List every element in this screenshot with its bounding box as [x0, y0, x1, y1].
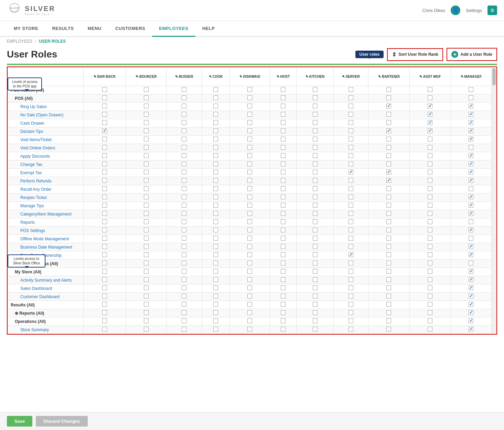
checkbox-cell[interactable] [84, 177, 126, 185]
checkbox-cell[interactable] [126, 160, 167, 169]
checkbox-cell[interactable] [297, 260, 333, 268]
checkbox[interactable] [247, 104, 252, 108]
checkbox[interactable] [348, 228, 353, 232]
checkbox[interactable] [182, 219, 186, 224]
checkbox-cell[interactable] [126, 243, 167, 251]
checkbox-cell[interactable] [230, 227, 270, 235]
checkbox-cell[interactable] [410, 86, 451, 94]
checkbox-cell[interactable] [333, 127, 368, 136]
checkbox[interactable]: ✓ [469, 252, 473, 257]
checkbox[interactable] [348, 203, 353, 208]
checkbox[interactable] [281, 228, 286, 232]
checkbox[interactable] [182, 195, 186, 199]
checkbox[interactable] [428, 252, 432, 257]
checkbox[interactable]: ✓ [469, 302, 473, 307]
checkbox[interactable]: ✓ [469, 120, 473, 125]
checkbox-cell[interactable] [84, 144, 126, 152]
checkbox[interactable] [386, 269, 391, 274]
checkbox-cell[interactable] [270, 301, 297, 309]
checkbox[interactable]: ✓ [469, 327, 473, 332]
user-icon-btn[interactable]: 👤 [451, 6, 460, 15]
checkbox-cell[interactable] [270, 86, 297, 94]
checkbox-cell[interactable]: ✓ [368, 169, 409, 177]
checkbox[interactable] [313, 195, 318, 199]
checkbox-cell[interactable] [230, 317, 270, 326]
checkbox[interactable] [386, 228, 391, 232]
checkbox-cell[interactable] [202, 227, 230, 235]
checkbox[interactable] [428, 310, 432, 315]
checkbox-cell[interactable] [126, 86, 167, 94]
checkbox[interactable] [281, 244, 286, 249]
checkbox-cell[interactable] [126, 268, 167, 276]
checkbox-cell[interactable] [202, 251, 230, 260]
checkbox[interactable] [102, 252, 107, 257]
checkbox[interactable] [313, 137, 318, 141]
checkbox-cell[interactable] [368, 293, 409, 301]
checkbox[interactable] [213, 87, 218, 92]
checkbox[interactable] [182, 318, 186, 323]
checkbox[interactable] [247, 236, 252, 241]
checkbox-cell[interactable] [451, 86, 491, 94]
checkbox[interactable] [313, 269, 318, 274]
checkbox-cell[interactable] [167, 218, 202, 227]
checkbox[interactable] [213, 112, 218, 117]
checkbox-cell[interactable]: ✓ [368, 103, 409, 111]
checkbox[interactable] [247, 186, 252, 191]
checkbox-cell[interactable] [410, 169, 451, 177]
checkbox[interactable] [213, 186, 218, 191]
checkbox[interactable] [182, 186, 186, 191]
checkbox-cell[interactable] [368, 301, 409, 309]
checkbox-cell[interactable] [410, 276, 451, 284]
checkbox-cell[interactable]: ✓ [410, 127, 451, 136]
checkbox[interactable] [213, 236, 218, 241]
checkbox-cell[interactable] [167, 260, 202, 268]
checkbox[interactable] [213, 211, 218, 216]
checkbox-cell[interactable] [84, 227, 126, 235]
checkbox[interactable] [247, 112, 252, 117]
checkbox-cell[interactable] [230, 119, 270, 127]
checkbox-cell[interactable] [297, 169, 333, 177]
checkbox-cell[interactable] [230, 268, 270, 276]
checkbox[interactable] [182, 236, 186, 241]
checkbox-cell[interactable] [84, 152, 126, 160]
checkbox-cell[interactable] [333, 301, 368, 309]
checkbox-cell[interactable] [84, 119, 126, 127]
checkbox[interactable] [182, 178, 186, 183]
checkbox[interactable] [182, 269, 186, 274]
checkbox[interactable] [102, 195, 107, 199]
checkbox[interactable] [247, 277, 252, 282]
checkbox[interactable] [182, 203, 186, 208]
checkbox-cell[interactable]: ✓ [451, 177, 491, 185]
checkbox-cell[interactable] [126, 251, 167, 260]
checkbox[interactable] [348, 310, 353, 315]
checkbox[interactable] [213, 145, 218, 150]
checkbox-cell[interactable] [451, 218, 491, 227]
checkbox[interactable] [281, 261, 286, 265]
checkbox-cell[interactable] [230, 103, 270, 111]
checkbox[interactable] [313, 178, 318, 183]
checkbox-cell[interactable] [410, 243, 451, 251]
col-busser[interactable]: ✎ BUSSER [167, 67, 202, 86]
checkbox-cell[interactable] [167, 317, 202, 326]
checkbox-cell[interactable] [270, 94, 297, 103]
checkbox-cell[interactable] [84, 136, 126, 144]
checkbox[interactable] [313, 87, 318, 92]
checkbox-cell[interactable] [410, 227, 451, 235]
checkbox[interactable] [386, 310, 391, 315]
checkbox-cell[interactable] [368, 326, 409, 334]
checkbox[interactable]: ✓ [428, 104, 432, 108]
checkbox-cell[interactable] [451, 260, 491, 268]
checkbox[interactable]: ✓ [428, 120, 432, 125]
checkbox[interactable] [281, 252, 286, 257]
checkbox[interactable] [281, 178, 286, 183]
checkbox-cell[interactable] [230, 243, 270, 251]
checkbox[interactable] [144, 269, 149, 274]
checkbox[interactable] [213, 95, 218, 100]
checkbox[interactable] [102, 277, 107, 282]
checkbox-cell[interactable] [410, 136, 451, 144]
checkbox-cell[interactable] [126, 177, 167, 185]
checkbox[interactable] [144, 294, 149, 298]
checkbox[interactable] [247, 120, 252, 125]
checkbox[interactable] [144, 285, 149, 290]
checkbox[interactable] [348, 261, 353, 265]
